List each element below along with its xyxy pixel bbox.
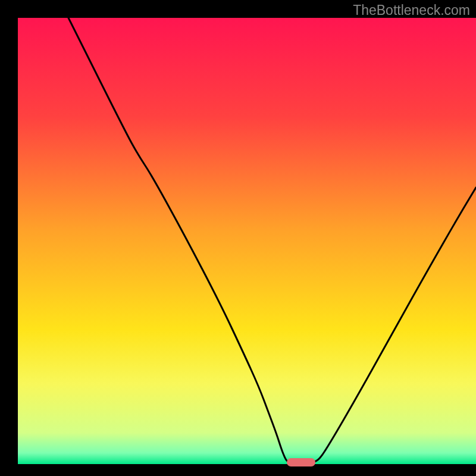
chart-svg — [0, 0, 476, 476]
optimum-marker — [287, 458, 315, 466]
watermark-text: TheBottleneck.com — [353, 2, 470, 18]
plot-background — [18, 18, 476, 464]
chart-container: TheBottleneck.com — [0, 0, 476, 476]
